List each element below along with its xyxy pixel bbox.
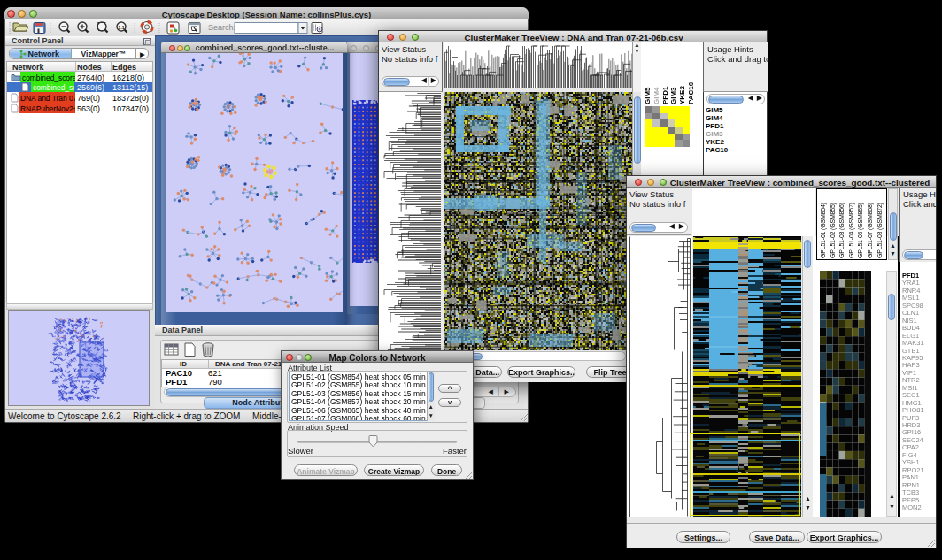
svg-text:1:1: 1:1	[118, 25, 124, 30]
svg-text:Search:: Search:	[208, 23, 236, 32]
